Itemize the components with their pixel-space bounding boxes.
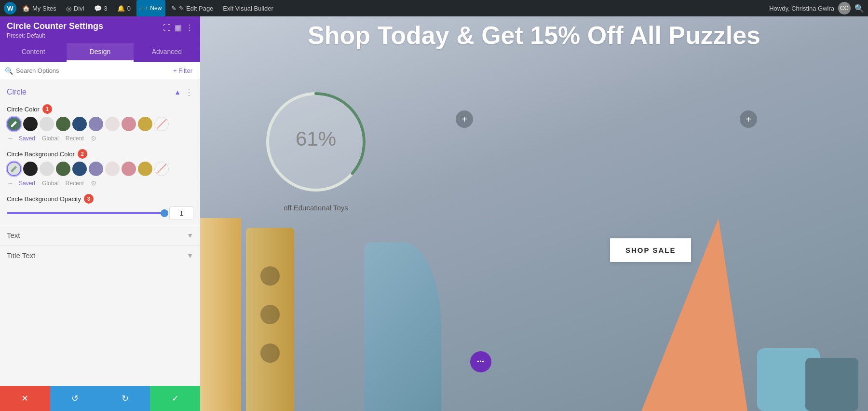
circle-more-icon[interactable]: ⋮	[185, 87, 193, 97]
edit-page-label: ✎ Edit Page	[179, 5, 213, 12]
text-section-chevron[interactable]: ▼	[187, 232, 193, 239]
add-section-button-1[interactable]: +	[456, 110, 473, 128]
toy-cube-dark	[805, 358, 858, 411]
sidebar-tabs: Content Design Advanced	[0, 43, 200, 62]
alerts-menu[interactable]: 🔔 0	[113, 0, 135, 16]
divi-label: Divi	[74, 5, 84, 12]
pen-icon	[10, 120, 18, 128]
add-section-button-2[interactable]: +	[740, 110, 757, 128]
circle-bg-more-dots[interactable]: ···	[8, 178, 12, 188]
block-hole-2	[260, 305, 280, 324]
opacity-slider-fill	[7, 212, 164, 214]
wordpress-icon[interactable]: W	[4, 2, 16, 14]
hero-section: Shop Today & Get 15% Off All Puzzles	[200, 16, 868, 50]
comment-icon: 💬	[94, 5, 102, 12]
sidebar-content: Circle ▲ ⋮ Circle Color 1	[0, 80, 200, 386]
more-options-icon[interactable]: ⋮	[186, 23, 193, 32]
circle-color-swatch-gold[interactable]	[138, 117, 152, 131]
circle-color-swatch-lightgray[interactable]	[105, 117, 120, 131]
sidebar-footer: ✕ ↺ ↻ ✓	[0, 386, 200, 411]
circle-color-settings-icon[interactable]: ⚙	[91, 135, 97, 142]
top-bar-right: Howdy, Christina Gwira CG 🔍	[769, 2, 864, 14]
circle-bg-swatch-none[interactable]	[154, 162, 169, 176]
page-background: Shop Today & Get 15% Off All Puzzles 61%	[200, 16, 868, 411]
title-text-section-chevron[interactable]: ▼	[187, 252, 193, 260]
top-bar: W 🏠 My Sites ◎ Divi 💬 3 🔔 0 + + New ✎ ✎ …	[0, 0, 868, 16]
circle-color-global[interactable]: Global	[42, 135, 59, 142]
comments-menu[interactable]: 💬 3	[90, 0, 111, 16]
home-icon: 🏠	[22, 5, 30, 12]
circle-bg-settings-icon[interactable]: ⚙	[91, 179, 97, 187]
circle-section-header[interactable]: Circle ▲ ⋮	[0, 80, 200, 101]
circle-bg-swatch-gold[interactable]	[138, 162, 152, 176]
tab-design[interactable]: Design	[67, 43, 133, 62]
circle-color-swatch-darkgreen[interactable]	[56, 117, 70, 131]
title-text-section-header[interactable]: Title Text ▼	[0, 246, 200, 265]
block-hole-3	[260, 343, 280, 363]
toy-triangle-orange	[641, 218, 747, 411]
main-content-area: Shop Today & Get 15% Off All Puzzles 61%	[200, 16, 868, 411]
circle-color-swatch-lavender[interactable]	[89, 117, 103, 131]
block-hole-1	[260, 266, 280, 286]
circle-section-controls: ▲ ⋮	[174, 87, 193, 97]
circle-bg-saved[interactable]: Saved	[19, 180, 35, 187]
circle-color-swatch-none[interactable]	[154, 117, 169, 131]
grid-icon[interactable]: ▦	[175, 23, 182, 32]
sidebar-preset: Preset: Default	[7, 32, 103, 39]
circle-bg-swatch-black[interactable]	[23, 162, 38, 176]
circle-color-swatch-black[interactable]	[23, 117, 38, 131]
fullscreen-icon[interactable]: ⛶	[163, 24, 171, 32]
text-section: Text ▼	[0, 225, 200, 245]
user-avatar[interactable]: CG	[838, 2, 851, 14]
circle-color-saved[interactable]: Saved	[19, 135, 35, 142]
circle-bg-swatch-navy[interactable]	[72, 162, 87, 176]
circle-color-swatch-selected[interactable]	[7, 117, 21, 131]
search-options-input[interactable]	[16, 67, 167, 74]
circle-color-badge: 1	[42, 104, 52, 114]
hero-title: Shop Today & Get 15% Off All Puzzles	[200, 21, 868, 50]
opacity-value-display[interactable]: 1	[169, 206, 193, 220]
circle-bg-opacity-option: Circle Background Opacity 3 1	[0, 191, 200, 225]
edit-page-button[interactable]: ✎ ✎ Edit Page	[167, 0, 217, 16]
filter-button[interactable]: + Filter	[170, 66, 195, 76]
circle-color-label-text: Circle Color	[7, 106, 40, 113]
circle-bg-swatch-lavender[interactable]	[89, 162, 103, 176]
circle-bg-swatch-lightgray[interactable]	[105, 162, 120, 176]
redo-button[interactable]: ↻	[100, 386, 150, 411]
opacity-slider-track[interactable]	[7, 212, 164, 214]
circle-collapse-icon[interactable]: ▲	[174, 88, 181, 96]
circle-bg-recent[interactable]: Recent	[66, 180, 84, 187]
new-label: + New	[145, 5, 162, 12]
redo-icon: ↻	[122, 393, 129, 404]
tab-content[interactable]: Content	[0, 43, 67, 62]
swatches-more-dots[interactable]: ···	[8, 133, 12, 143]
toy-shapes-decoration	[200, 218, 868, 411]
undo-icon: ↺	[71, 393, 79, 404]
toy-block-holes	[246, 228, 294, 411]
undo-button[interactable]: ↺	[50, 386, 100, 411]
new-button[interactable]: + + New	[136, 0, 165, 16]
my-sites-menu[interactable]: 🏠 My Sites	[18, 0, 60, 16]
circle-bg-swatch-white[interactable]	[40, 162, 54, 176]
confirm-button[interactable]: ✓	[150, 386, 200, 411]
edit-icon: ✎	[171, 5, 176, 12]
circle-color-swatches-meta: ··· Saved Global Recent ⚙	[7, 131, 193, 144]
text-section-header[interactable]: Text ▼	[0, 225, 200, 245]
circle-bg-swatches-meta: ··· Saved Global Recent ⚙	[7, 176, 193, 189]
circle-bg-swatch-darkgreen[interactable]	[56, 162, 70, 176]
circle-bg-global[interactable]: Global	[42, 180, 59, 187]
circle-color-swatch-white[interactable]	[40, 117, 54, 131]
circle-color-swatch-pink[interactable]	[122, 117, 136, 131]
cancel-button[interactable]: ✕	[0, 386, 50, 411]
opacity-slider-thumb[interactable]	[161, 209, 168, 217]
circle-bg-swatch-pink[interactable]	[122, 162, 136, 176]
circle-color-swatch-navy[interactable]	[72, 117, 87, 131]
search-icon[interactable]: 🔍	[854, 4, 864, 13]
circle-bg-color-label-text: Circle Background Color	[7, 151, 75, 158]
tab-advanced[interactable]: Advanced	[134, 43, 200, 62]
exit-visual-builder-button[interactable]: Exit Visual Builder	[219, 0, 277, 16]
circle-color-recent[interactable]: Recent	[66, 135, 84, 142]
circle-color-option: Circle Color 1	[0, 101, 200, 146]
divi-menu[interactable]: ◎ Divi	[62, 0, 88, 16]
circle-bg-swatch-selected[interactable]	[7, 162, 21, 176]
